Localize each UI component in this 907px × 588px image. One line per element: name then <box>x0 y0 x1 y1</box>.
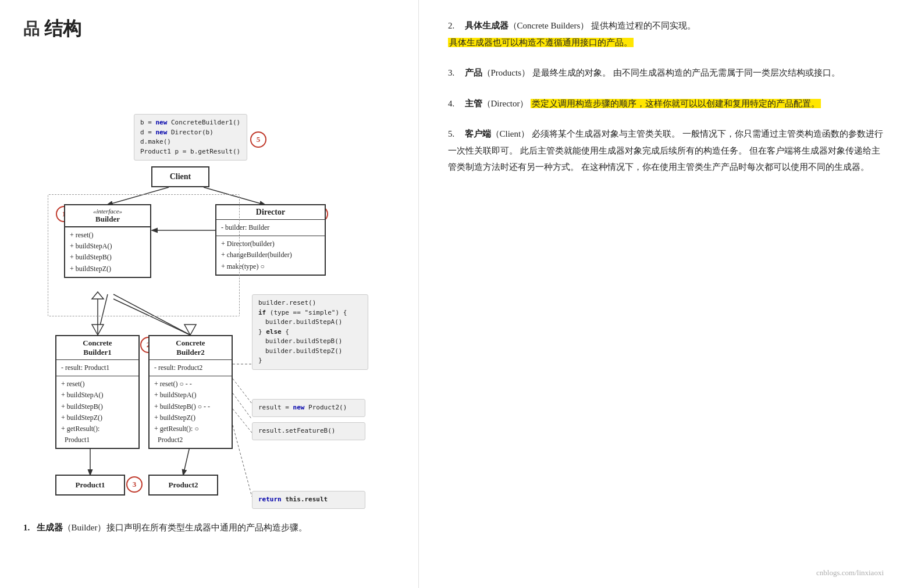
cb2-m3: + buildStepB() ○ - - <box>154 401 227 412</box>
cb1-m5: + getResult(): Product1 <box>61 423 134 446</box>
item2-paren: （Concrete Builders） <box>508 21 589 30</box>
item2-highlight: 具体生成器也可以构造不遵循通用接口的产品。 <box>448 38 634 47</box>
watermark: cnblogs.com/linxiaoxi <box>816 568 884 578</box>
code-snippet-result2: result.setFeatureB() <box>252 422 365 440</box>
cb1-field: - result: Product1 <box>61 362 134 373</box>
bottom-num: 1. <box>23 523 30 532</box>
item3-bold: 产品 <box>465 68 482 77</box>
right-item-5: 5. 客户端（Client） 必须将某个生成器对象与主管类关联。 一般情况下，你… <box>448 126 884 176</box>
cb1-label: ConcreteBuilder1 <box>61 338 134 357</box>
bottom-text: 1. 生成器（Builder）接口声明在所有类型生成器中通用的产品构造步骤。 <box>23 520 401 536</box>
svg-line-11 <box>233 393 252 419</box>
cb2-field: - result: Product2 <box>154 362 227 373</box>
item4-highlight: 类定义调用构造步骤的顺序，这样你就可以以创建和复用特定的产品配置。 <box>531 99 821 108</box>
cb2-m4: + buildStepZ() <box>154 412 227 423</box>
page-title: 品 结构 <box>23 16 401 42</box>
code-snippet-result1: result = new Product2() <box>252 399 365 417</box>
director-label: Director <box>256 208 285 216</box>
item4-num: 4. <box>448 99 454 108</box>
right-item-2: 2. 具体生成器（Concrete Builders） 提供构造过程的不同实现。… <box>448 17 884 51</box>
product2-label: Product2 <box>168 480 198 490</box>
item4-bold: 主管 <box>465 99 482 108</box>
item2-bold: 具体生成器 <box>465 21 508 30</box>
cb2-label: ConcreteBuilder2 <box>154 338 227 357</box>
badge-3: 3 <box>126 476 143 493</box>
product2-box: Product2 <box>148 475 218 496</box>
item5-num: 5. <box>448 129 454 138</box>
cb1-m2: + buildStepA() <box>61 390 134 401</box>
dashed-outline <box>48 194 240 316</box>
cb2-m1: + reset() ○ - - <box>154 379 227 390</box>
bottom-bold: 生成器 <box>37 523 63 532</box>
svg-line-10 <box>233 379 252 404</box>
cb2-m2: + buildStepA() <box>154 390 227 401</box>
right-panel: 2. 具体生成器（Concrete Builders） 提供构造过程的不同实现。… <box>419 0 907 588</box>
cb2-fields: - result: Product2 <box>150 360 232 376</box>
cb1-box: ConcreteBuilder1 - result: Product1 + re… <box>55 335 140 449</box>
structure-icon: 品 <box>23 18 40 40</box>
badge-5: 5 <box>250 131 266 148</box>
cb1-fields: - result: Product1 <box>56 360 138 376</box>
item4-paren: （Director） <box>482 99 529 108</box>
item2-text: 提供构造过程的不同实现。 <box>591 21 696 30</box>
left-panel: 品 结构 <box>0 0 419 588</box>
item3-num: 3. <box>448 68 454 77</box>
cb1-methods: + reset() + buildStepA() + buildStepB() … <box>56 376 138 448</box>
cb1-m1: + reset() <box>61 379 134 390</box>
item5-bold: 客户端 <box>465 129 491 138</box>
code-snippet-top: b = new ConcreteBuilder1() d = new Direc… <box>134 114 247 161</box>
client-box: Client <box>151 166 209 187</box>
code-snippet-return: return this.result <box>252 491 365 509</box>
svg-marker-6 <box>184 325 196 335</box>
svg-line-12 <box>233 409 252 433</box>
cb2-box: ConcreteBuilder2 - result: Product2 + re… <box>148 335 233 449</box>
right-item-4: 4. 主管（Director） 类定义调用构造步骤的顺序，这样你就可以以创建和复… <box>448 95 884 112</box>
title-text: 结构 <box>44 16 81 42</box>
cb2-methods: + reset() ○ - - + buildStepA() + buildSt… <box>150 376 232 448</box>
cb2-m5: + getResult(): ○ Product2 <box>154 423 227 446</box>
bottom-paren: （Builder） <box>63 523 106 532</box>
right-item-3: 3. 产品（Products） 是最终生成的对象。 由不同生成器构造的产品无需属… <box>448 65 884 81</box>
item2-num: 2. <box>448 21 454 30</box>
client-label: Client <box>170 172 191 181</box>
cb1-m4: + buildStepZ() <box>61 412 134 423</box>
code-snippet-mid: builder.reset() if (type == "simple") { … <box>252 294 368 370</box>
svg-marker-4 <box>92 325 104 335</box>
item3-text: 是最终生成的对象。 由不同生成器构造的产品无需属于同一类层次结构或接口。 <box>532 68 840 77</box>
bottom-rest: 接口声明在所有类型生成器中通用的产品构造步骤。 <box>106 523 307 532</box>
diagram: b = new ConcreteBuilder1() d = new Direc… <box>23 56 407 509</box>
item3-paren: （Products） <box>482 68 531 77</box>
cb1-m3: + buildStepB() <box>61 401 134 412</box>
item5-paren: （Client） <box>491 129 530 138</box>
svg-line-13 <box>233 425 252 497</box>
product1-box: Product1 <box>55 475 125 496</box>
product1-label: Product1 <box>75 480 105 490</box>
